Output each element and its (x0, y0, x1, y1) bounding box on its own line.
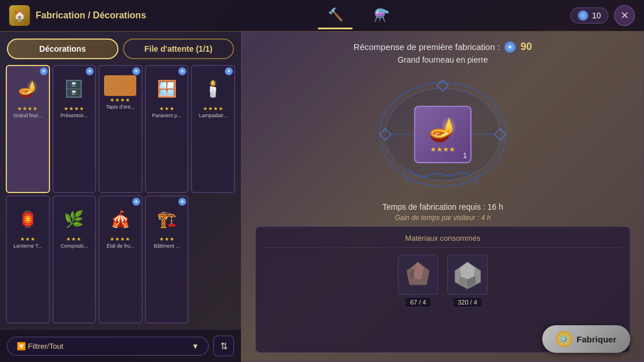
item-name: Compositi... (60, 243, 88, 249)
item-name: Paravent p... (152, 113, 182, 119)
craft-button[interactable]: ⚙️ Fabriquer (542, 325, 630, 353)
item-stars: ★★★ (20, 236, 36, 242)
list-item[interactable]: ✦ 🗄️ ★★★★ Présentoir... (52, 65, 97, 193)
tab-queue[interactable]: File d'attente (1/1) (123, 38, 235, 59)
item-name: Lanterne T... (13, 243, 42, 249)
reward-label: Récompense de première fabrication : (354, 42, 500, 52)
right-panel: Récompense de première fabrication : ✦ 9… (241, 32, 644, 362)
list-item[interactable]: ✦ 🪔 ★★★★ Grand four... (6, 65, 50, 193)
material-count-2: 320 / 4 (453, 297, 482, 307)
featured-item-count: 1 (463, 152, 467, 160)
item-stars: ★★★★ (110, 97, 131, 103)
filter-dropdown[interactable]: 🔽 Filtrer/Tout ▼ (7, 337, 209, 356)
item-name: Tapis d'ent... (106, 104, 135, 110)
tabs-row: Décorations File d'attente (1/1) (0, 32, 241, 59)
list-item[interactable]: 🌿 ★★★ Compositi... (52, 195, 97, 324)
material-item: 320 / 4 (447, 255, 488, 307)
item-name: Étal de fru... (106, 243, 135, 249)
resin-count: 10 (592, 11, 601, 20)
flask-icon: ⚗️ (371, 5, 392, 26)
list-item[interactable]: 🏮 ★★★ Lanterne T... (6, 195, 50, 324)
material-item: 67 / 4 (398, 255, 438, 307)
resin-icon (578, 10, 588, 21)
item-image: 🌿 (57, 203, 91, 235)
list-item[interactable]: ✦ 🎪 ★★★★ Étal de fru... (98, 195, 143, 324)
item-image: 🗄️ (57, 73, 91, 105)
tab-decorations[interactable]: Décorations (7, 38, 118, 59)
reward-icon: ✦ (504, 41, 516, 53)
header: 🏠 Fabrication / Décorations 🔨 ⚗️ 10 ✕ (0, 0, 644, 32)
timing-sub: Gain de temps par visiteur : 4 h (255, 214, 630, 222)
svg-marker-11 (460, 262, 475, 279)
item-stars: ★★★★ (17, 106, 38, 111)
item-image (104, 75, 136, 96)
item-name: Présentoir... (60, 113, 88, 119)
item-badge: ✦ (40, 67, 48, 75)
timing-section: Temps de fabrication requis : 16 h Gain … (255, 202, 630, 222)
item-name: Grand four... (13, 113, 42, 119)
featured-item-image: 🪔 (428, 116, 457, 143)
close-button[interactable]: ✕ (614, 5, 635, 26)
header-center: 🔨 ⚗️ (318, 2, 398, 29)
item-stars: ★★★ (159, 236, 175, 242)
list-item[interactable]: ✦ 🕯️ ★★★★ Lampadair... (191, 65, 235, 193)
item-badge: ✦ (132, 67, 140, 75)
item-stars: ★★★★ (64, 106, 85, 111)
item-image: 🎪 (103, 203, 137, 235)
item-badge: ✦ (132, 198, 140, 206)
material-image-1 (398, 255, 438, 295)
header-right: 10 ✕ (570, 5, 635, 26)
reward-item-name: Grand fourneau en pierre (255, 55, 630, 64)
craft-icon: ⚙️ (556, 331, 572, 347)
item-name: Bâtiment ... (154, 243, 180, 249)
timing-main: Temps de fabrication requis : 16 h (255, 202, 630, 211)
list-item[interactable]: ✦ ★★★★ Tapis d'ent... (98, 65, 143, 193)
hammer-icon: 🔨 (325, 5, 346, 25)
item-image: 🪟 (150, 73, 184, 105)
materials-row: 67 / 4 320 / 4 (263, 255, 623, 307)
reward-value: 90 (520, 41, 532, 53)
item-stars: ★★★★ (203, 106, 224, 111)
item-name: Lampadair... (199, 113, 228, 119)
item-image: 🏮 (10, 203, 45, 235)
item-badge: ✦ (178, 198, 186, 206)
main-content: Décorations File d'attente (1/1) ✦ 🪔 ★★★… (0, 32, 644, 362)
magic-circle: 🪔 ★★★★ 1 (374, 77, 512, 192)
header-left: 🏠 Fabrication / Décorations (9, 5, 146, 26)
item-image: 🕯️ (196, 73, 231, 105)
item-grid: ✦ 🪔 ★★★★ Grand four... ✦ 🗄️ ★★★★ Présent… (0, 59, 241, 329)
tab-flask[interactable]: ⚗️ (364, 3, 398, 28)
item-stars: ★★★ (159, 106, 175, 111)
item-image: 🪔 (10, 73, 45, 105)
sort-icon: ⇅ (220, 341, 228, 352)
sort-button[interactable]: ⇅ (213, 336, 234, 356)
home-icon: 🏠 (9, 5, 30, 26)
list-item[interactable]: ✦ 🪟 ★★★ Paravent p... (145, 65, 189, 193)
craft-label: Fabriquer (577, 334, 616, 344)
header-title: Fabrication / Décorations (36, 10, 146, 21)
item-badge: ✦ (225, 67, 233, 75)
materials-header: Matériaux consommés (263, 234, 623, 248)
resin-badge: 10 (570, 7, 608, 24)
item-badge: ✦ (86, 67, 94, 75)
item-stars: ★★★ (66, 236, 82, 242)
left-panel: Décorations File d'attente (1/1) ✦ 🪔 ★★★… (0, 32, 241, 362)
craft-button-area: ⚙️ Fabriquer (542, 325, 630, 353)
item-image: 🏗️ (150, 203, 184, 235)
item-badge: ✦ (178, 67, 186, 75)
featured-item-stars: ★★★★ (430, 145, 455, 153)
filter-row: 🔽 Filtrer/Tout ▼ ⇅ (0, 329, 241, 362)
list-item[interactable]: ✦ 🏗️ ★★★ Bâtiment ... (145, 195, 189, 324)
featured-area: 🪔 ★★★★ 1 (255, 71, 630, 198)
featured-item-box: 🪔 ★★★★ 1 (414, 106, 471, 163)
reward-row: Récompense de première fabrication : ✦ 9… (255, 41, 630, 53)
item-stars: ★★★★ (110, 236, 131, 242)
filter-label: 🔽 Filtrer/Tout (17, 342, 63, 351)
material-image-2 (447, 255, 488, 295)
tab-hammer[interactable]: 🔨 (318, 2, 352, 29)
material-count-1: 67 / 4 (405, 297, 431, 307)
filter-arrow-icon: ▼ (191, 342, 199, 351)
